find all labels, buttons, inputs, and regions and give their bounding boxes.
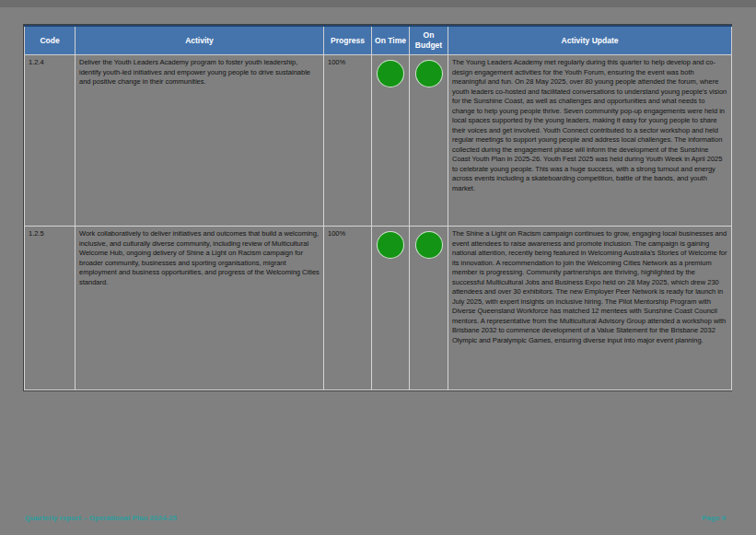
status-report-table-container: Code Activity Progress On Time On Budget… (23, 24, 732, 391)
on-budget-status-icon (416, 232, 442, 258)
activity-cell: Work collaboratively to deliver initiati… (76, 227, 324, 390)
on-budget-cell (410, 227, 448, 390)
on-budget-cell (410, 55, 448, 227)
on-time-cell (372, 55, 410, 227)
activity-cell: Deliver the Youth Leaders Academy progra… (76, 55, 324, 227)
column-header-progress: Progress (324, 26, 372, 55)
activity-update-cell: The Young Leaders Academy met regularly … (448, 55, 732, 227)
column-header-activity: Activity (76, 26, 324, 55)
progress-cell: 100% (324, 227, 372, 390)
column-header-on-time: On Time (372, 26, 410, 55)
table-row: 1.2.4 Deliver the Youth Leaders Academy … (25, 55, 732, 227)
column-header-activity-update: Activity Update (448, 26, 732, 55)
on-time-cell (372, 227, 410, 390)
code-cell: 1.2.5 (25, 227, 76, 390)
on-time-status-icon (378, 61, 403, 87)
column-header-on-budget: On Budget (410, 26, 448, 55)
page-top-strip (0, 0, 756, 7)
footer-document-title: Quarterly report – Operational Plan 2024… (25, 514, 177, 522)
code-cell: 1.2.4 (25, 55, 76, 227)
progress-cell: 100% (324, 55, 372, 227)
status-report-table: Code Activity Progress On Time On Budget… (24, 25, 732, 390)
footer-page-number: Page 9 (702, 514, 726, 522)
column-header-code: Code (25, 26, 76, 55)
on-budget-status-icon (416, 61, 442, 87)
table-row: 1.2.5 Work collaboratively to deliver in… (25, 227, 732, 390)
table-header-row: Code Activity Progress On Time On Budget… (25, 26, 732, 55)
activity-update-cell: The Shine a Light on Racism campaign con… (448, 227, 732, 390)
on-time-status-icon (378, 232, 403, 258)
